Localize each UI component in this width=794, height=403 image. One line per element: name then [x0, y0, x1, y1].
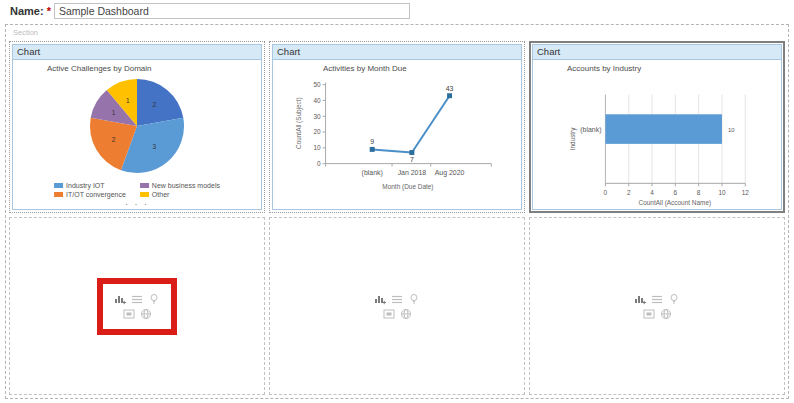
svg-text:7: 7	[410, 156, 414, 163]
icon-row	[634, 293, 680, 305]
svg-text:12: 12	[742, 189, 750, 196]
section-label: Section	[13, 28, 38, 37]
svg-text:50: 50	[313, 81, 321, 88]
dashboard-panel-empty-3[interactable]	[529, 217, 785, 395]
svg-text:10: 10	[718, 189, 726, 196]
chart-title: Activities by Month Due	[323, 64, 407, 73]
panel-header-label: Chart	[17, 46, 40, 57]
svg-text:1: 1	[112, 109, 116, 116]
insert-chart-icon[interactable]	[114, 293, 126, 305]
svg-text:10: 10	[728, 127, 735, 133]
name-label: Name:	[10, 5, 44, 17]
line-chart: 010203040509(blank)7Jan 201843Aug 2020Mo…	[273, 60, 521, 209]
svg-text:43: 43	[446, 85, 454, 92]
svg-text:3: 3	[153, 143, 157, 150]
icon-row	[123, 308, 152, 320]
chartbox: Chart Activities by Month Due 0102030405…	[272, 44, 522, 210]
legend-item: Other	[140, 191, 220, 198]
svg-text:0: 0	[317, 160, 321, 167]
panel-header[interactable]: Chart	[273, 45, 521, 60]
red-highlight-box	[97, 278, 177, 335]
chart-legend: Industry IOTNew business modelsIT/OT con…	[54, 182, 220, 198]
dashboard-panel-line[interactable]: Chart Activities by Month Due 0102030405…	[269, 41, 525, 213]
legend-label: New business models	[152, 182, 220, 189]
legend-item: New business models	[140, 182, 220, 189]
svg-text:Industry: Industry	[569, 127, 577, 151]
svg-text:10: 10	[313, 144, 321, 151]
insert-list-icon[interactable]	[651, 293, 663, 305]
icon-row	[643, 308, 672, 320]
svg-text:40: 40	[313, 97, 321, 104]
legend-label: Other	[152, 191, 170, 198]
insert-iframe-icon[interactable]	[123, 308, 135, 320]
dashboard-panel-empty-1[interactable]	[9, 217, 265, 395]
required-marker: *	[47, 5, 51, 17]
pie-chart: 23211	[72, 74, 202, 178]
dashboard-panel-bar[interactable]: Chart Accounts by Industry 02468101210(b…	[529, 41, 785, 213]
chart-body: Active Challenges by Domain 23211 Indust…	[13, 60, 261, 209]
svg-text:2: 2	[627, 189, 631, 196]
svg-text:8: 8	[697, 189, 701, 196]
legend-item: IT/OT convergence	[54, 191, 126, 198]
insert-chart-icon[interactable]	[374, 293, 386, 305]
chart-body: Activities by Month Due 010203040509(bla…	[273, 60, 521, 209]
svg-text:(blank): (blank)	[580, 126, 601, 134]
svg-text:(blank): (blank)	[362, 169, 383, 177]
svg-text:6: 6	[674, 189, 678, 196]
svg-text:Aug 2020: Aug 2020	[435, 169, 465, 177]
dashboard-panel-empty-2[interactable]	[269, 217, 525, 395]
insert-assistant-icon[interactable]	[668, 293, 680, 305]
svg-text:CountAll (Account Name): CountAll (Account Name)	[639, 199, 712, 207]
legend-item: Industry IOT	[54, 182, 126, 189]
panel-header-label: Chart	[277, 46, 300, 57]
panel-grid: Chart Active Challenges by Domain 23211 …	[9, 41, 785, 395]
insert-list-icon[interactable]	[131, 293, 143, 305]
icon-row	[374, 293, 420, 305]
insert-widget-icons	[617, 278, 697, 335]
insert-webresource-icon[interactable]	[400, 308, 412, 320]
chart-title: Active Challenges by Domain	[47, 64, 152, 73]
icon-row	[383, 308, 412, 320]
insert-chart-icon[interactable]	[634, 293, 646, 305]
svg-text:1: 1	[126, 97, 130, 104]
panel-header[interactable]: Chart	[533, 45, 781, 60]
insert-assistant-icon[interactable]	[408, 293, 420, 305]
legend-swatch	[54, 192, 63, 197]
svg-text:0: 0	[604, 189, 608, 196]
panel-header-label: Chart	[537, 46, 560, 57]
legend-swatch	[140, 192, 149, 197]
legend-label: IT/OT convergence	[66, 191, 126, 198]
svg-text:Jan 2018: Jan 2018	[398, 169, 427, 176]
insert-webresource-icon[interactable]	[140, 308, 152, 320]
chart-title: Accounts by Industry	[567, 64, 641, 73]
svg-text:2: 2	[112, 136, 116, 143]
insert-iframe-icon[interactable]	[643, 308, 655, 320]
svg-text:20: 20	[313, 129, 321, 136]
icon-row	[114, 293, 160, 305]
svg-text:2: 2	[153, 101, 157, 108]
svg-text:30: 30	[313, 113, 321, 120]
dashboard-panel-pie[interactable]: Chart Active Challenges by Domain 23211 …	[9, 41, 265, 213]
legend-swatch	[54, 183, 63, 188]
chartbox: Chart Active Challenges by Domain 23211 …	[12, 44, 262, 210]
chart-body: Accounts by Industry 02468101210(blank)I…	[533, 60, 781, 209]
dashboard-section[interactable]: Section Chart Active Challenges by Domai…	[5, 24, 789, 399]
chartbox: Chart Accounts by Industry 02468101210(b…	[532, 44, 782, 210]
legend-label: Industry IOT	[66, 182, 105, 189]
panel-header[interactable]: Chart	[13, 45, 261, 60]
name-field-row: Name: *	[10, 3, 410, 19]
insert-list-icon[interactable]	[391, 293, 403, 305]
insert-webresource-icon[interactable]	[660, 308, 672, 320]
insert-iframe-icon[interactable]	[383, 308, 395, 320]
legend-swatch	[140, 183, 149, 188]
insert-widget-icons	[357, 278, 437, 335]
insert-assistant-icon[interactable]	[148, 293, 160, 305]
dashboard-name-input[interactable]	[54, 3, 410, 19]
svg-text:4: 4	[650, 189, 654, 196]
svg-text:9: 9	[370, 138, 374, 145]
svg-text:Month (Due Date): Month (Due Date)	[382, 183, 433, 191]
bar-chart: 02468101210(blank)IndustryCountAll (Acco…	[533, 60, 781, 209]
legend-overflow-button[interactable]: · · ·	[125, 200, 149, 209]
svg-text:CountAll (Subject): CountAll (Subject)	[295, 97, 303, 149]
